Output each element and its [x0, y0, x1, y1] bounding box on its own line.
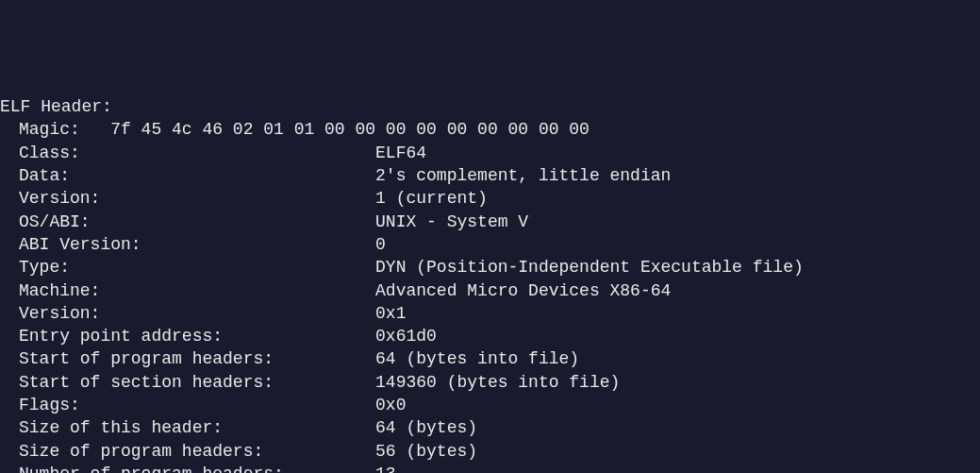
field-row-size-header: Size of this header: 64 (bytes)	[0, 416, 980, 439]
field-row-abi-version: ABI Version: 0	[0, 233, 980, 256]
field-row-type: Type: DYN (Position-Independent Executab…	[0, 256, 980, 279]
magic-row: Magic: 7f 45 4c 46 02 01 01 00 00 00 00 …	[0, 118, 980, 141]
field-label: Type:	[19, 256, 375, 279]
field-label: Number of program headers:	[19, 463, 375, 473]
field-row-number-program-headers: Number of program headers: 13	[0, 463, 980, 473]
field-row-flags: Flags: 0x0	[0, 394, 980, 416]
field-label: ABI Version:	[19, 233, 375, 256]
magic-label: Magic:	[19, 118, 110, 141]
field-value: Advanced Micro Devices X86-64	[375, 279, 671, 302]
field-label: Entry point address:	[19, 325, 375, 347]
magic-value: 7f 45 4c 46 02 01 01 00 00 00 00 00 00 0…	[110, 118, 599, 141]
field-row-osabi: OS/ABI: UNIX - System V	[0, 211, 980, 233]
field-label: Flags:	[19, 394, 375, 416]
field-label: Version:	[19, 187, 375, 210]
field-value: DYN (Position-Independent Executable fil…	[375, 256, 804, 279]
field-value: 64 (bytes into file)	[375, 347, 579, 370]
field-label: Size of program headers:	[19, 440, 375, 463]
elf-header-title: ELF Header:	[0, 95, 980, 118]
field-value: 0x0	[375, 394, 406, 416]
field-value: 56 (bytes)	[375, 440, 477, 463]
field-label: OS/ABI:	[19, 211, 375, 233]
field-value: 0x61d0	[375, 325, 437, 347]
field-value: 0x1	[375, 302, 406, 325]
field-label: Size of this header:	[19, 416, 375, 439]
field-label: Start of program headers:	[19, 347, 375, 370]
field-label: Data:	[19, 164, 375, 187]
field-row-size-program-headers: Size of program headers: 56 (bytes)	[0, 440, 980, 463]
field-value: 64 (bytes)	[375, 416, 477, 439]
field-row-version2: Version: 0x1	[0, 302, 980, 325]
field-value: ELF64	[375, 142, 426, 164]
field-row-version: Version: 1 (current)	[0, 187, 980, 210]
field-label: Machine:	[19, 279, 375, 302]
field-value: UNIX - System V	[375, 211, 528, 233]
field-value: 1 (current)	[375, 187, 488, 210]
field-row-start-section-headers: Start of section headers: 149360 (bytes …	[0, 371, 980, 394]
field-value: 149360 (bytes into file)	[375, 371, 620, 394]
field-row-start-program-headers: Start of program headers: 64 (bytes into…	[0, 347, 980, 370]
field-label: Class:	[19, 142, 375, 164]
field-label: Version:	[19, 302, 375, 325]
field-value: 13	[375, 463, 396, 473]
field-row-machine: Machine: Advanced Micro Devices X86-64	[0, 279, 980, 302]
field-value: 0	[375, 233, 386, 256]
field-value: 2's complement, little endian	[375, 164, 671, 187]
field-label: Start of section headers:	[19, 371, 375, 394]
field-row-entry-point: Entry point address: 0x61d0	[0, 325, 980, 347]
field-row-data: Data: 2's complement, little endian	[0, 164, 980, 187]
field-row-class: Class: ELF64	[0, 142, 980, 164]
